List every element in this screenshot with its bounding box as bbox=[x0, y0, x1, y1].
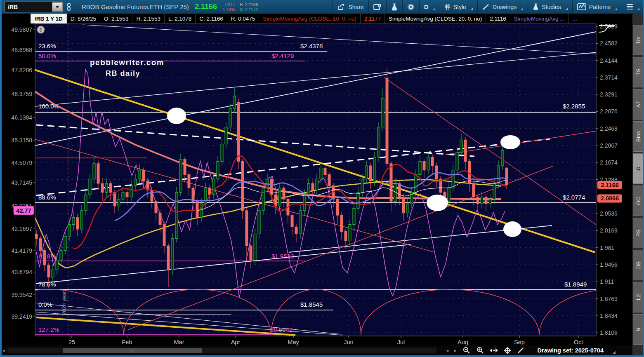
svg-text:1.8434: 1.8434 bbox=[600, 312, 618, 319]
svg-text:Oct: Oct bbox=[574, 339, 583, 345]
svg-text:$1.8545: $1.8545 bbox=[300, 301, 323, 308]
price-chart[interactable]: 2024 year23.6%$2.437850.0%$2.4129100.0%$… bbox=[0, 23, 632, 345]
style-menu[interactable]: Style bbox=[440, 0, 477, 14]
sidebar-tab-btns[interactable]: Btns bbox=[633, 121, 644, 152]
svg-text:RB daily: RB daily bbox=[106, 69, 140, 78]
svg-text:May: May bbox=[288, 339, 299, 345]
svg-text:40.6794: 40.6794 bbox=[11, 269, 32, 275]
right-price-axis[interactable]: 2.50292.45822.41442.37142.32912.28762.24… bbox=[596, 23, 622, 336]
settings-button[interactable] bbox=[403, 0, 419, 14]
sidebar-tab-db[interactable]: DB bbox=[633, 250, 644, 280]
svg-text:44.5079: 44.5079 bbox=[11, 160, 32, 166]
warning-icon: ! bbox=[37, 26, 45, 33]
svg-text:39.9542: 39.9542 bbox=[11, 291, 32, 298]
candle-style-icon bbox=[445, 3, 451, 11]
news-icon: i bbox=[373, 4, 382, 10]
share-button[interactable]: Share bbox=[333, 0, 368, 14]
sidebar-tab-c[interactable]: C bbox=[633, 153, 644, 184]
resize-corner-icon[interactable] bbox=[613, 351, 616, 354]
chart-canvas[interactable]: 2024 year23.6%$2.437850.0%$2.4129100.0%$… bbox=[0, 23, 632, 345]
svg-text:49.5807: 49.5807 bbox=[11, 26, 32, 33]
svg-text:2.3714: 2.3714 bbox=[600, 74, 618, 81]
svg-text:1.8106: 1.8106 bbox=[600, 329, 618, 336]
scrollbar-thumb[interactable]: ||| bbox=[63, 348, 202, 353]
svg-text:1.911: 1.911 bbox=[600, 278, 614, 285]
link-icon[interactable] bbox=[66, 3, 72, 11]
news-button[interactable]: i bbox=[369, 0, 386, 14]
svg-text:2.0866: 2.0866 bbox=[601, 195, 619, 202]
svg-text:2.2067: 2.2067 bbox=[600, 142, 618, 149]
svg-text:43.7145: 43.7145 bbox=[11, 179, 32, 186]
sidebar-tab-ts[interactable]: TS bbox=[633, 57, 644, 87]
pencil-icon bbox=[482, 4, 490, 10]
chart-header-strip: /RB 1 Y 1D D: 8/26/25O: 2.1553H: 2.1553L… bbox=[0, 14, 632, 23]
left-price-axis[interactable]: 49.580748.696847.828646.975946.138445.31… bbox=[11, 26, 35, 320]
svg-text:127.2%: 127.2% bbox=[38, 326, 59, 333]
svg-text:50.0%: 50.0% bbox=[38, 52, 56, 59]
menu-button[interactable] bbox=[622, 0, 644, 14]
svg-text:41.4179: 41.4179 bbox=[11, 247, 32, 254]
svg-text:48.6968: 48.6968 bbox=[11, 47, 32, 53]
flask-icon bbox=[391, 3, 398, 11]
svg-text:Jul: Jul bbox=[397, 339, 405, 345]
svg-text:2.0535: 2.0535 bbox=[600, 210, 618, 217]
right-gadget-sidebar: TrdTSATBtnsCOCPSDBL2N bbox=[632, 14, 644, 355]
drawing-set-label[interactable]: Drawing set: 2025-0704 bbox=[538, 347, 604, 354]
svg-text:Feb: Feb bbox=[122, 339, 132, 345]
svg-text:2024 year: 2024 year bbox=[61, 291, 67, 315]
chart-scrollbar[interactable]: ||| bbox=[7, 348, 436, 353]
svg-text:1.9456: 1.9456 bbox=[600, 261, 618, 268]
svg-text:2.2468: 2.2468 bbox=[600, 125, 618, 132]
share-icon bbox=[337, 4, 345, 10]
page-left-icon[interactable]: ◂ bbox=[446, 348, 449, 353]
sidebar-tab-at[interactable]: AT bbox=[633, 89, 644, 120]
sidebar-tab-oc[interactable]: OC bbox=[633, 186, 644, 216]
drawings-menu[interactable]: Drawings bbox=[478, 0, 528, 14]
analyze-button[interactable] bbox=[387, 0, 402, 14]
timeframe-dropdown[interactable]: D bbox=[420, 0, 440, 14]
patterns-menu[interactable]: Patterns bbox=[573, 0, 622, 14]
header-chip: ... bbox=[569, 14, 581, 23]
sidebar-tab-ps[interactable]: PS bbox=[633, 218, 644, 248]
svg-text:45.3158: 45.3158 bbox=[11, 137, 32, 143]
svg-text:47.8286: 47.8286 bbox=[11, 67, 32, 73]
studies-menu[interactable]: Studies bbox=[528, 0, 572, 14]
patterns-icon bbox=[577, 3, 586, 10]
page-right-icon[interactable]: ▸ bbox=[454, 348, 457, 353]
header-chip: 2.1116 bbox=[486, 14, 510, 23]
symbol-text[interactable]: /RB bbox=[5, 4, 52, 10]
header-chip: L: 2.1078 bbox=[165, 14, 196, 23]
svg-text:46.9759: 46.9759 bbox=[11, 91, 32, 97]
instrument-title: RBOB Gasoline Futures,ETH (SEP 25) bbox=[82, 3, 189, 10]
svg-text:Mar: Mar bbox=[174, 339, 184, 345]
sidebar-tab-n[interactable]: N bbox=[633, 314, 644, 345]
svg-text:2.1674: 2.1674 bbox=[600, 159, 618, 166]
svg-text:pebblewriter.com: pebblewriter.com bbox=[90, 58, 164, 67]
svg-text:i: i bbox=[379, 4, 380, 7]
svg-text:2.2876: 2.2876 bbox=[600, 108, 618, 115]
top-toolbar: /RB RBOB Gasoline Futures,ETH (SEP 25) 2… bbox=[0, 0, 644, 14]
expand-horizontal-icon[interactable] bbox=[490, 348, 498, 353]
symbol-dropdown-icon[interactable] bbox=[52, 2, 62, 12]
zoom-in-icon[interactable] bbox=[476, 347, 484, 354]
svg-text:$1.8949: $1.8949 bbox=[564, 281, 587, 288]
svg-text:Sep: Sep bbox=[514, 339, 525, 345]
sidebar-tab-l2[interactable]: L2 bbox=[633, 282, 644, 312]
time-axis[interactable]: 25FebMarAprMayJunJulAugSepOct bbox=[68, 336, 583, 345]
symbol-period-chip[interactable]: /RB 1 Y 1D bbox=[31, 14, 67, 23]
svg-text:2.4582: 2.4582 bbox=[600, 40, 618, 47]
last-price: 2.1166 bbox=[195, 2, 217, 11]
bottom-toolbar: ◂ ||| ◂ ▸ Drawing set: 2025-0704 bbox=[0, 345, 632, 355]
symbol-input[interactable]: /RB bbox=[4, 2, 63, 12]
pencil-icon[interactable] bbox=[517, 347, 524, 354]
svg-text:42.77: 42.77 bbox=[16, 207, 31, 214]
header-chip: C: 2.1166 bbox=[196, 14, 227, 23]
svg-text:Aug: Aug bbox=[458, 339, 468, 345]
svg-text:2.1166: 2.1166 bbox=[601, 182, 619, 188]
crosshair-icon[interactable] bbox=[504, 347, 511, 354]
svg-text:2.0169: 2.0169 bbox=[600, 227, 618, 234]
sidebar-tab-trd[interactable]: Trd bbox=[633, 25, 644, 55]
zoom-out-icon[interactable] bbox=[462, 347, 470, 354]
header-chip: 2.1177 bbox=[361, 14, 385, 23]
header-chip: SimpleMovingAvg (CLOSE, 10, 0, no) bbox=[259, 14, 360, 23]
